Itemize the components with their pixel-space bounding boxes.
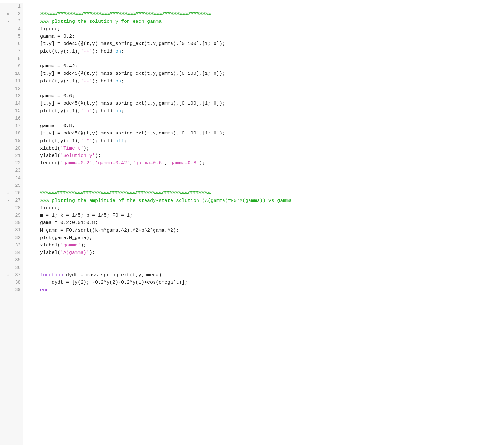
code-line-18: [t,y] = ode45(@(t,y) mass_spring_ext(t,y… [29,130,501,137]
line-info-32: 32 [0,234,21,242]
code-token: plot(t,y(:,1), [40,137,81,145]
line-number-36: 36 [12,264,21,271]
line-number-34: 34 [12,249,21,256]
line-info-5: 5 [0,33,21,40]
code-line-36 [29,264,501,271]
code-line-29: m = 1; k = 1/5; b = 1/5; F0 = 1; [29,212,501,219]
code-token: on [115,48,121,55]
line-number-6: 6 [12,40,21,47]
code-line-27: %%% plotting the amplitude of the steady… [29,197,501,204]
line-number-19: 19 [12,137,21,144]
code-token: ); [89,249,95,256]
line-number-12: 12 [12,85,21,92]
code-line-30: gama = 0.2:0.01:0.8; [29,219,501,227]
line-number-32: 32 [12,235,21,242]
code-line-8 [29,55,501,63]
code-line-35 [29,257,501,264]
code-token: gamma = 0.42; [29,63,78,70]
code-token: legend( [40,159,60,167]
code-token: ylabel( [40,249,60,256]
line-number-4: 4 [12,26,21,33]
line-info-11: 11 [0,78,21,85]
fold-btn-38[interactable]: │ [6,280,10,285]
code-line-22: legend('gamma=0.2','gamma=0.42','gamma=0… [29,159,501,167]
line-number-1: 1 [12,3,21,10]
line-number-2: 2 [12,11,21,18]
line-info-12: 12 [0,85,21,92]
code-line-37: function dydt = mass_spring_ext(t,y,omeg… [29,271,501,279]
line-number-29: 29 [12,212,21,219]
line-info-14: 14 [0,100,21,107]
code-token: xlabel( [40,145,60,152]
code-line-24 [29,175,501,182]
line-info-30: 30 [0,219,21,227]
code-token: 'gamma=0.6' [133,159,164,167]
line-number-14: 14 [12,100,21,107]
line-info-3: └3 [0,18,21,25]
code-token: m = 1; k = 1/5; b = 1/5; F0 = 1; [29,212,133,219]
code-token: dydt = [y(2); -0.2*y(2)-0.2*y(1)+cos(ome… [52,279,188,286]
line-number-24: 24 [12,175,21,182]
line-info-10: 10 [0,70,21,77]
line-info-34: 34 [0,249,21,256]
line-info-37: ⊟37 [0,271,21,279]
code-token: ylabel( [40,152,60,159]
code-token: , [164,159,167,167]
code-token: ; [121,48,124,55]
code-line-39: end [29,287,501,294]
fold-btn-27[interactable]: └ [6,198,10,203]
code-line-28: figure; [29,204,501,212]
code-line-16 [29,115,501,122]
line-info-36: 36 [0,264,21,271]
code-token: gama = 0.2:0.01:0.8; [29,219,98,227]
code-token: , [130,159,133,167]
line-info-17: 17 [0,122,21,130]
code-token: [t,y] = ode45(@(t,y) mass_spring_ext(t,y… [29,130,225,137]
line-info-38: │38 [0,279,21,286]
line-info-15: 15 [0,108,21,115]
line-number-37: 37 [12,272,21,279]
line-number-23: 23 [12,167,21,174]
line-info-7: 7 [0,48,21,55]
line-info-28: 28 [0,204,21,212]
code-line-34: ylabel('A(gamma)'); [29,249,501,256]
code-token: ); hold [92,108,115,115]
fold-btn-37[interactable]: ⊟ [6,272,10,278]
code-line-4: figure; [29,25,501,33]
code-lines: %%%%%%%%%%%%%%%%%%%%%%%%%%%%%%%%%%%%%%%%… [23,3,501,445]
line-number-5: 5 [12,33,21,40]
fold-btn-3[interactable]: └ [6,19,10,24]
code-line-32: plot(gama,M_gama); [29,234,501,242]
line-number-11: 11 [12,78,21,85]
line-info-26: ⊟26 [0,189,21,197]
line-number-38: 38 [12,279,21,286]
line-info-18: 18 [0,130,21,137]
code-token: function [40,271,63,279]
line-info-23: 23 [0,167,21,175]
code-token: ); [81,242,86,249]
line-info-13: 13 [0,92,21,100]
line-info-22: 22 [0,159,21,167]
code-token: %%% plotting the amplitude of the steady… [29,197,292,204]
code-token: plot(t,y(:,1), [40,108,81,115]
line-number-33: 33 [12,242,21,249]
line-number-15: 15 [12,108,21,115]
fold-btn-26[interactable]: ⊟ [6,190,10,196]
code-line-26: %%%%%%%%%%%%%%%%%%%%%%%%%%%%%%%%%%%%%%%%… [29,189,501,197]
line-number-3: 3 [12,18,21,25]
code-token: ; [121,78,124,85]
code-token: '--' [81,78,92,85]
line-info-25: 25 [0,182,21,189]
code-token: [t,y] = ode45(@(t,y) mass_spring_ext(t,y… [29,70,225,77]
line-number-28: 28 [12,205,21,212]
code-line-33: xlabel('gamma'); [29,242,501,249]
line-info-1: 1 [0,3,21,10]
line-info-29: 29 [0,212,21,219]
code-line-31: M_gama = F0./sqrt((k-m*gama.^2).^2+b^2*g… [29,227,501,234]
code-token: ); [84,145,89,152]
code-token: %%% plotting the solution y for each gam… [29,18,162,25]
code-token: gamma = 0.8; [29,122,75,130]
fold-btn-2[interactable]: ⊟ [6,11,10,17]
fold-btn-39[interactable]: └ [6,288,10,293]
line-info-24: 24 [0,175,21,182]
